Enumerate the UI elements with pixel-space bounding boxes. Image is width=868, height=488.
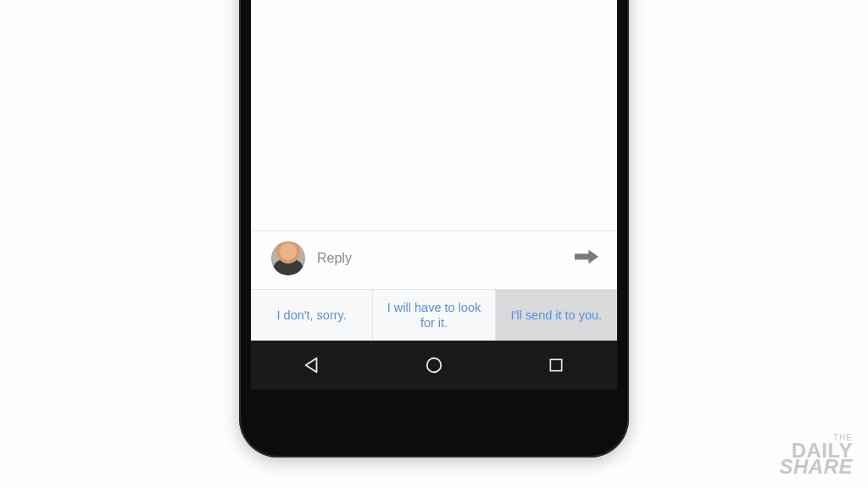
watermark-line3: SHARE [779,458,853,476]
app-content: new software? If not maybe you could put… [251,0,617,341]
watermark-logo: THE DAILY SHARE [779,434,853,476]
svg-marker-0 [575,250,598,263]
smart-reply-label: I'll send it to you. [511,308,603,323]
svg-point-1 [427,358,442,373]
nav-recent-button[interactable] [522,348,590,382]
phone-screen: new software? If not maybe you could put… [251,0,617,390]
reply-placeholder[interactable]: Reply [317,251,563,266]
nav-back-button[interactable] [278,348,346,382]
email-body: new software? If not maybe you could put… [251,0,617,230]
triangle-back-icon [303,356,321,374]
smart-reply-bar: I don't, sorry. I will have to look for … [251,289,617,341]
svg-rect-2 [550,359,561,370]
android-navbar [251,341,617,390]
square-recent-icon [548,357,565,374]
smart-reply-option-1[interactable]: I don't, sorry. [251,290,373,341]
nav-home-button[interactable] [400,348,468,382]
smart-reply-option-2[interactable]: I will have to look for it. [373,290,495,341]
reply-input-row[interactable]: Reply [251,230,617,289]
circle-home-icon [425,356,443,374]
smart-reply-label: I don't, sorry. [277,308,347,323]
smart-reply-option-3[interactable]: I'll send it to you. [496,290,617,341]
phone-frame: new software? If not maybe you could put… [239,0,629,458]
smart-reply-label: I will have to look for it. [383,300,484,330]
send-icon[interactable] [575,248,598,269]
avatar [271,241,305,275]
